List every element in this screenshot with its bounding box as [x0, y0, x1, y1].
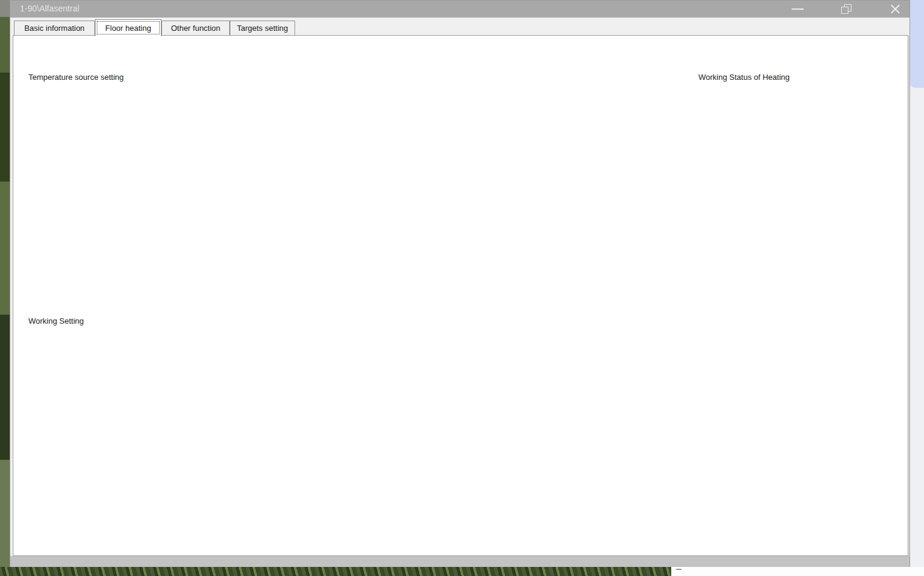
- tab-label: Other function: [171, 24, 221, 33]
- working-setting-group-title: Working Setting: [26, 316, 86, 326]
- background-window-dash: [676, 569, 682, 570]
- tab-page: [13, 35, 908, 556]
- tab-other-function[interactable]: Other function: [161, 21, 230, 36]
- temp-source-group-title: Temperature source setting: [26, 73, 126, 82]
- tab-targets-setting[interactable]: Targets setting: [230, 21, 295, 36]
- window-bottom-strip: [10, 556, 909, 567]
- desktop-wallpaper-left: [0, 0, 10, 576]
- tab-label: Targets setting: [237, 24, 288, 33]
- window-title: 1-90\Alfasentral: [20, 4, 79, 13]
- maximize-icon-front[interactable]: [841, 7, 848, 14]
- title-bar[interactable]: 1-90\Alfasentral: [10, 1, 909, 18]
- tab-floor-heating[interactable]: Floor heating: [95, 19, 161, 36]
- minimize-icon[interactable]: [792, 8, 804, 10]
- dialog-window: 1-90\Alfasentral Basic information Floor…: [10, 0, 910, 567]
- tab-label: Floor heating: [105, 24, 151, 33]
- close-icon[interactable]: [888, 2, 902, 16]
- desktop: 1-90\Alfasentral Basic information Floor…: [0, 0, 924, 576]
- desktop-wallpaper-bottom: [0, 567, 671, 576]
- background-window-corner: [910, 0, 924, 88]
- tab-basic-information[interactable]: Basic information: [14, 21, 95, 36]
- tab-label: Basic information: [24, 24, 85, 33]
- background-window-bottom: [671, 567, 924, 576]
- working-status-group-title: Working Status of Heating: [696, 73, 792, 82]
